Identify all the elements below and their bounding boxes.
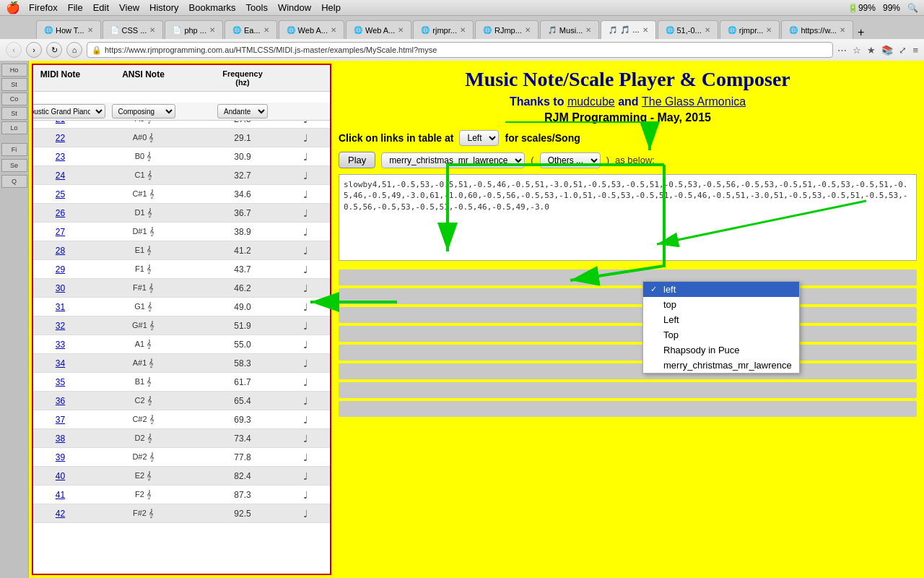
midi-note[interactable]: 36 (33, 394, 87, 407)
ansi-note[interactable]: G#1 𝄞 (87, 319, 199, 332)
tab-close[interactable]: ✕ (209, 26, 215, 34)
tab-close[interactable]: ✕ (840, 26, 845, 34)
ansi-note[interactable]: F#1 𝄞 (87, 282, 199, 294)
ansi-note[interactable]: E1 𝄞 (87, 244, 199, 256)
dropdown-item-rhapsody[interactable]: Rhapsody in Puce (643, 342, 799, 358)
midi-note[interactable]: 30 (33, 282, 87, 295)
midi-note[interactable]: 33 (33, 338, 87, 351)
ansi-note[interactable]: F2 𝄞 (87, 488, 199, 501)
play-note-button[interactable]: ♩ (286, 319, 326, 333)
menu-view[interactable]: View (119, 2, 139, 13)
menu-bookmarks[interactable]: Bookmarks (189, 2, 236, 13)
play-note-button[interactable]: ♩ (286, 337, 326, 352)
midi-note[interactable]: 29 (33, 263, 87, 276)
dropdown-item-merry[interactable]: merry_christmas_mr_lawrence (643, 358, 799, 373)
table-row[interactable]: 31 G1 𝄞 49.0 ♩ (33, 298, 330, 316)
table-row[interactable]: 37 C#2 𝄞 69.3 ♩ (33, 410, 330, 429)
menu-history[interactable]: History (149, 2, 178, 13)
ansi-note[interactable]: B0 𝄞 (87, 150, 199, 163)
tab-music[interactable]: 🎵 Musi... ✕ (540, 20, 599, 39)
home-button[interactable]: ⌂ (66, 42, 82, 58)
composition-text[interactable]: slowby4,51,-0.5,53,-0.5,51,-0.5,46,-0.5,… (339, 174, 917, 261)
song-select[interactable]: merry_christmas_mr_lawrence (381, 152, 525, 168)
play-note-button[interactable]: ♩ (286, 394, 326, 408)
ansi-note[interactable]: A#0 𝄞 (87, 131, 199, 144)
menu-edit[interactable]: Edit (93, 2, 109, 13)
search-icon[interactable]: 🔍 (907, 3, 918, 13)
play-note-button[interactable]: ♩ (286, 506, 326, 521)
dropdown-item-top[interactable]: Top (643, 327, 799, 342)
table-row[interactable]: 26 D1 𝄞 36.7 ♩ (33, 204, 330, 223)
midi-note[interactable]: 26 (33, 207, 87, 220)
tab-php[interactable]: 📄 php ... ✕ (165, 20, 223, 39)
tab-weba2[interactable]: 🌐 Web A... ✕ (346, 20, 411, 39)
ansi-note[interactable]: D#1 𝄞 (87, 225, 199, 238)
menu-window[interactable]: Window (278, 2, 311, 13)
midi-note[interactable]: 34 (33, 357, 87, 370)
tab-close[interactable]: ✕ (766, 26, 772, 34)
tab-weba1[interactable]: 🌐 Web A... ✕ (279, 20, 344, 39)
ansi-note[interactable]: C#1 𝄞 (87, 188, 199, 200)
table-row[interactable]: 39 D#2 𝄞 77.8 ♩ (33, 448, 330, 467)
ansi-note[interactable]: E2 𝄞 (87, 470, 199, 482)
url-bar[interactable]: 🔒 https://www.rjmprogramming.com.au/HTML… (87, 42, 833, 58)
ansi-note[interactable]: A#1 𝄞 (87, 357, 199, 369)
midi-note[interactable]: 41 (33, 488, 87, 501)
tab-rjm2[interactable]: 🌐 RJmp... ✕ (475, 20, 539, 39)
table-row[interactable]: 32 G#1 𝄞 51.9 ♩ (33, 316, 330, 335)
play-note-button[interactable]: ♩ (286, 187, 326, 202)
table-row[interactable]: 42 F#2 𝄞 92.5 ♩ (33, 504, 330, 523)
nav-sta2[interactable]: St (1, 107, 27, 120)
table-row[interactable]: 38 D2 𝄞 73.4 ♩ (33, 429, 330, 448)
ansi-note[interactable]: F1 𝄞 (87, 263, 199, 275)
tab-close[interactable]: ✕ (263, 26, 269, 34)
mudcube-link[interactable]: mudcube (567, 95, 615, 108)
tab-close[interactable]: ✕ (460, 26, 466, 34)
align-select[interactable]: Left top Left Top (459, 130, 499, 146)
menu-file[interactable]: File (68, 2, 83, 13)
table-row[interactable]: 34 A#1 𝄞 58.3 ♩ (33, 354, 330, 373)
table-row[interactable]: 41 F2 𝄞 87.3 ♩ (33, 486, 330, 504)
table-row[interactable]: 22 A#0 𝄞 29.1 ♩ (33, 129, 330, 147)
mode-select[interactable]: Composing (112, 104, 175, 118)
nav-sta1[interactable]: St (1, 78, 27, 91)
midi-note[interactable]: 42 (33, 507, 87, 520)
play-button[interactable]: Play (339, 152, 375, 168)
tab-close[interactable]: ✕ (398, 26, 404, 34)
play-note-button[interactable]: ♩ (286, 413, 326, 427)
new-tab-button[interactable]: + (858, 26, 864, 39)
play-note-button[interactable]: ♩ (286, 450, 326, 465)
nav-file[interactable]: Fi (1, 143, 27, 156)
tab-rjm1[interactable]: 🌐 rjmpr... ✕ (413, 20, 474, 39)
tab-css[interactable]: 📄 CSS ... ✕ (103, 20, 164, 39)
nav-ho[interactable]: Ho (1, 64, 27, 77)
play-note-button[interactable]: ♩ (286, 281, 326, 296)
dropdown-item-left-lower[interactable]: ✓ left (643, 282, 799, 297)
menu-firefox[interactable]: Firefox (29, 2, 58, 13)
nav-lo[interactable]: Lo (1, 121, 27, 134)
sidebar-icon[interactable]: 📚 (881, 45, 893, 56)
dropdown-item-left[interactable]: Left (643, 312, 799, 327)
play-note-button[interactable]: ♩ (286, 300, 326, 314)
midi-note[interactable]: 40 (33, 470, 87, 483)
ansi-note[interactable]: F#2 𝄞 (87, 507, 199, 519)
ansi-note[interactable]: D1 𝄞 (87, 207, 199, 219)
bookmark-icon[interactable]: ☆ (853, 45, 861, 56)
midi-note[interactable]: 39 (33, 451, 87, 464)
tab-close[interactable]: ✕ (331, 26, 336, 34)
play-note-button[interactable]: ♩ (286, 243, 326, 258)
play-note-button[interactable]: ♩ (286, 168, 326, 183)
apple-menu[interactable]: 🍎 (6, 1, 20, 14)
tab-https[interactable]: 🌐 https://w... ✕ (781, 20, 853, 39)
midi-note[interactable]: 23 (33, 150, 87, 163)
play-note-button[interactable]: ♩ (286, 356, 326, 371)
tab-active[interactable]: 🎵 🎵 ... ✕ (601, 20, 655, 39)
forward-button[interactable]: › (26, 42, 42, 58)
table-row[interactable]: 33 A1 𝄞 55.0 ♩ (33, 335, 330, 354)
play-note-button[interactable]: ♩ (286, 206, 326, 220)
table-row[interactable]: 40 E2 𝄞 82.4 ♩ (33, 467, 330, 486)
menu-icon[interactable]: ⋯ (837, 45, 847, 56)
table-row[interactable]: 35 B1 𝄞 61.7 ♩ (33, 373, 330, 392)
play-note-button[interactable]: ♩ (286, 431, 326, 446)
midi-note[interactable]: 37 (33, 413, 87, 426)
